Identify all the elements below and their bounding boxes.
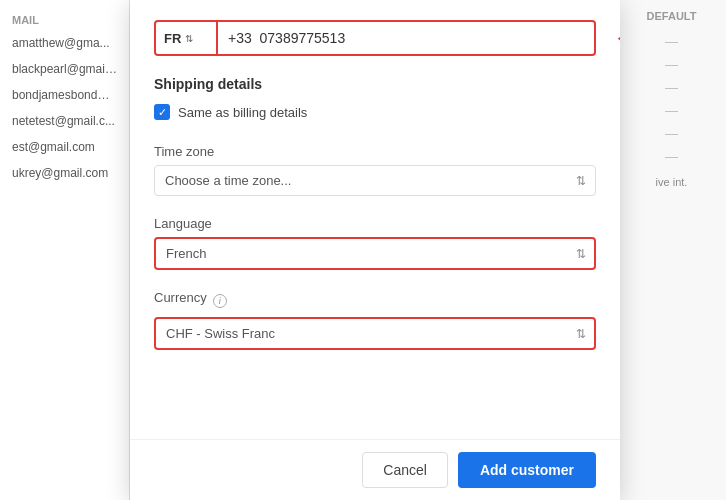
currency-select[interactable]: CHF - Swiss Franc USD - US Dollar EUR - … — [154, 317, 596, 350]
right-text: ive int. — [648, 172, 696, 192]
phone-row: FR ⇅ ← — [154, 20, 596, 56]
checkmark-icon: ✓ — [158, 106, 167, 119]
phone-number-input[interactable] — [218, 20, 596, 56]
background-right: DEFAULT — — — — — — ive int. — [616, 0, 726, 500]
right-header: DEFAULT — [647, 10, 697, 22]
right-dash: — — [665, 80, 678, 95]
language-select[interactable]: French English Spanish German Italian — [154, 237, 596, 270]
currency-label: Currency — [154, 290, 207, 305]
currency-label-row: Currency i — [154, 290, 596, 311]
modal-body: FR ⇅ ← Shipping details ✓ Same as billin… — [130, 0, 620, 439]
add-customer-modal: FR ⇅ ← Shipping details ✓ Same as billin… — [130, 0, 620, 500]
cancel-button[interactable]: Cancel — [362, 452, 448, 488]
right-dash: — — [665, 126, 678, 141]
timezone-label: Time zone — [154, 144, 596, 159]
list-item: netetest@gmail.c... — [0, 108, 129, 134]
timezone-select[interactable]: Choose a time zone... — [154, 165, 596, 196]
currency-select-wrapper: CHF - Swiss Franc USD - US Dollar EUR - … — [154, 317, 596, 350]
same-as-billing-label: Same as billing details — [178, 105, 307, 120]
language-select-wrapper: French English Spanish German Italian ⇅ — [154, 237, 596, 270]
right-dash: — — [665, 57, 678, 72]
timezone-select-wrapper: Choose a time zone... ⇅ — [154, 165, 596, 196]
list-item: blackpearl@gmail... — [0, 56, 129, 82]
same-as-billing-checkbox[interactable]: ✓ — [154, 104, 170, 120]
right-dash: — — [665, 34, 678, 49]
list-item: bondjamesbond@... — [0, 82, 129, 108]
right-dash: — — [665, 103, 678, 118]
country-code-text: FR — [164, 31, 181, 46]
list-header: MAIL — [0, 10, 129, 30]
right-dash: — — [665, 149, 678, 164]
currency-info-icon: i — [213, 294, 227, 308]
add-customer-button[interactable]: Add customer — [458, 452, 596, 488]
list-item: amatthew@gma... — [0, 30, 129, 56]
currency-section: Currency i CHF - Swiss Franc USD - US Do… — [154, 290, 596, 350]
same-as-billing-row: ✓ Same as billing details — [154, 104, 596, 120]
country-code-selector[interactable]: FR ⇅ — [154, 20, 218, 56]
country-chevron-icon: ⇅ — [185, 33, 193, 44]
shipping-heading: Shipping details — [154, 76, 596, 92]
modal-footer: Cancel Add customer — [130, 439, 620, 500]
arrow-icon: ← — [614, 28, 620, 49]
timezone-section: Time zone Choose a time zone... ⇅ — [154, 144, 596, 196]
language-section: Language French English Spanish German I… — [154, 216, 596, 270]
list-item: est@gmail.com — [0, 134, 129, 160]
list-item: ukrey@gmail.com — [0, 160, 129, 186]
language-label: Language — [154, 216, 596, 231]
shipping-section: Shipping details ✓ Same as billing detai… — [154, 76, 596, 120]
background-list: MAIL amatthew@gma... blackpearl@gmail...… — [0, 0, 130, 500]
